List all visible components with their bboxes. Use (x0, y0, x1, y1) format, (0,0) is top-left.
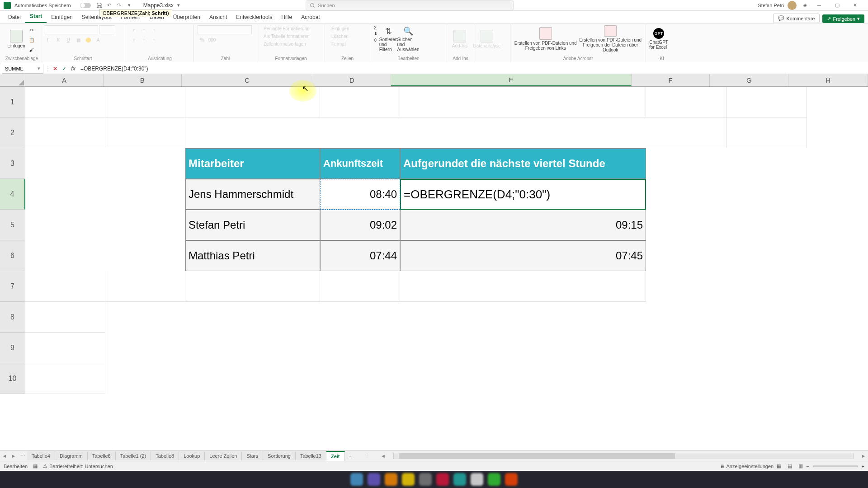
sheet-tab[interactable]: Lookup (179, 451, 205, 460)
header-mitarbeiter[interactable]: Mitarbeiter (185, 148, 320, 179)
col-b[interactable]: B (104, 74, 182, 86)
sheet-tab[interactable]: Tabelle6 (88, 451, 116, 460)
sheet-tab[interactable]: Leere Zeilen (205, 451, 242, 460)
view-break[interactable]: ▥ (795, 462, 806, 470)
taskbar-icon[interactable] (368, 473, 380, 486)
row-9[interactable]: 9 (0, 333, 25, 363)
row-5[interactable]: 5 (0, 210, 25, 240)
comments-button[interactable]: 💬 Kommentare (773, 14, 820, 23)
search-box[interactable]: Suchen (306, 0, 514, 10)
tab-datei[interactable]: Datei (4, 11, 25, 23)
share-button[interactable]: ↗ Freigeben ▾ (822, 14, 864, 23)
taskbar-icon[interactable] (436, 473, 449, 486)
header-aufgerundet[interactable]: Aufgerundet die nächste viertel Stunde (400, 148, 646, 179)
find-select-button[interactable]: 🔍Suchen und Auswählen (399, 25, 417, 52)
formula-input[interactable]: =OBERGRENZE(D4;"0:30") (78, 66, 868, 72)
horizontal-scrollbar[interactable] (393, 453, 854, 459)
tab-ansicht[interactable]: Ansicht (205, 11, 231, 23)
save-button[interactable] (95, 1, 104, 9)
view-layout[interactable]: ▤ (784, 462, 795, 470)
row-4[interactable]: 4 (0, 179, 25, 210)
tab-hilfe[interactable]: Hilfe (277, 11, 297, 23)
sheet-nav-prev[interactable]: ◄ (0, 453, 9, 459)
present-icon[interactable]: ◈ (801, 1, 809, 9)
header-ankunftszeit[interactable]: Ankunftszeit (320, 148, 400, 179)
display-settings[interactable]: Anzeigeeinstellungen (726, 464, 774, 469)
sheet-tab[interactable]: Tabelle13 (296, 451, 326, 460)
svg-point-0 (311, 3, 314, 7)
col-g[interactable]: G (710, 74, 788, 86)
cut-button[interactable]: ✂ (27, 25, 36, 34)
tab-entwicklertools[interactable]: Entwicklertools (231, 11, 277, 23)
col-c[interactable]: C (182, 74, 313, 86)
row-3[interactable]: 3 (0, 148, 25, 179)
view-normal[interactable]: ▦ (774, 462, 784, 470)
tab-start[interactable]: Start (25, 10, 47, 23)
undo-button[interactable]: ↶ (105, 1, 113, 9)
sheet-tab-active[interactable]: Zeit (326, 451, 345, 461)
cell-e4-editing[interactable]: =OBERGRENZE(D4;"0:30") (400, 179, 646, 210)
row-10[interactable]: 10 (0, 363, 25, 394)
taskbar-icon[interactable] (488, 473, 500, 486)
confirm-formula[interactable]: ✓ (60, 64, 69, 73)
add-sheet-button[interactable]: + (345, 453, 356, 459)
taskbar-icon[interactable] (419, 473, 432, 486)
col-a[interactable]: A (25, 74, 104, 86)
taskbar-icon[interactable] (402, 473, 415, 486)
sheet-tab[interactable]: Sortierung (263, 451, 296, 460)
col-d[interactable]: D (313, 74, 392, 86)
minimize-button[interactable]: ─ (810, 0, 828, 11)
sheet-tab[interactable]: Stars (242, 451, 263, 460)
name-box[interactable]: SUMME▾ (2, 64, 43, 74)
taskbar-icon[interactable] (385, 473, 397, 486)
sheet-tab[interactable]: Tabelle8 (151, 451, 179, 460)
row-2[interactable]: 2 (0, 117, 25, 148)
filename-dropdown[interactable]: ▾ (175, 1, 183, 9)
close-button[interactable]: ✕ (846, 0, 864, 11)
cell-d5[interactable]: 09:02 (320, 210, 400, 240)
fx-button[interactable]: fx (69, 64, 78, 73)
col-h[interactable]: H (788, 74, 868, 86)
cell-c6[interactable]: Matthias Petri (185, 240, 320, 271)
cell-d4[interactable]: 08:40 (320, 179, 400, 210)
sheet-nav-next[interactable]: ► (9, 453, 18, 459)
sheet-tab[interactable]: Tabelle4 (27, 451, 55, 460)
row-8[interactable]: 8 (0, 302, 25, 333)
copy-button[interactable]: 📋 (27, 35, 36, 44)
row-1[interactable]: 1 (0, 87, 25, 117)
cancel-formula[interactable]: ✕ (51, 64, 60, 73)
taskbar-icon[interactable] (350, 473, 363, 486)
sheet-nav-more[interactable]: ⋯ (18, 453, 27, 459)
row-7[interactable]: 7 (0, 271, 25, 302)
redo-button[interactable]: ↷ (115, 1, 123, 9)
col-e[interactable]: E (391, 74, 631, 86)
taskbar-icon[interactable] (505, 473, 518, 486)
cell-e6[interactable]: 07:45 (400, 240, 646, 271)
tab-acrobat[interactable]: Acrobat (297, 11, 324, 23)
cell-d6[interactable]: 07:44 (320, 240, 400, 271)
autosave-toggle[interactable] (80, 3, 91, 8)
cell-c4[interactable]: Jens Hammerschmidt (185, 179, 320, 210)
maximize-button[interactable]: ▢ (828, 0, 846, 11)
sheet-tab[interactable]: Tabelle1 (2) (116, 451, 151, 460)
row-6[interactable]: 6 (0, 240, 25, 271)
accessibility-label[interactable]: Barrierefreiheit: Untersuchen (49, 464, 113, 469)
filename-label[interactable]: Mappe3.xlsx (143, 2, 174, 9)
select-all-corner[interactable] (0, 74, 25, 87)
chatgpt-button[interactable]: GPTChatGPT for Excel (650, 25, 668, 52)
cell-e5[interactable]: 09:15 (400, 210, 646, 240)
cell-c5[interactable]: Stefan Petri (185, 210, 320, 240)
taskbar-icon[interactable] (471, 473, 483, 486)
col-f[interactable]: F (632, 74, 710, 86)
zoom-slider[interactable] (813, 465, 858, 467)
taskbar-icon[interactable] (453, 473, 466, 486)
avatar[interactable] (788, 1, 797, 10)
tab-einfuegen[interactable]: Einfügen (47, 11, 77, 23)
format-painter[interactable]: 🖌 (27, 45, 36, 54)
qat-dropdown[interactable]: ▾ (125, 1, 133, 9)
sheet-tab[interactable]: Diagramm (55, 451, 88, 460)
sheet-tabs: ◄ ► ⋯ Tabelle4 Diagramm Tabelle6 Tabelle… (0, 450, 868, 461)
tab-ueberpruefen[interactable]: Überprüfen (169, 11, 205, 23)
cells-area[interactable]: Mitarbeiter Ankunftszeit Aufgerundet die… (25, 87, 868, 450)
paste-button[interactable]: Einfügen (7, 25, 25, 52)
